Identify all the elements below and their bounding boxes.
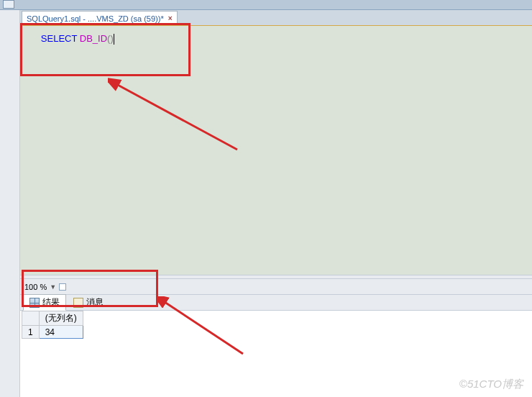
keyword-select: SELECT: [41, 33, 77, 44]
grid-header-row: (无列名): [22, 311, 83, 326]
chevron-down-icon[interactable]: ▼: [50, 283, 56, 291]
zoom-level[interactable]: 100 %: [24, 283, 47, 291]
function-name: DB_ID: [80, 33, 107, 44]
message-icon: [73, 298, 83, 308]
row-number[interactable]: 1: [22, 326, 40, 339]
tab-messages-label: 消息: [86, 296, 104, 309]
tab-results-label: 结果: [42, 296, 60, 309]
code-line: SELECT DB_ID(): [33, 33, 526, 45]
close-icon[interactable]: ×: [168, 12, 173, 26]
corner-cell: [22, 311, 40, 326]
toolbar-icon[interactable]: [59, 283, 66, 291]
watermark: ©51CTO博客: [459, 378, 523, 391]
tab-messages[interactable]: 消息: [68, 295, 109, 310]
document-tab[interactable]: SQLQuery1.sql - ....VMS_ZD (sa (59))* ×: [22, 11, 178, 25]
grid-cell[interactable]: 34: [39, 326, 83, 339]
sql-editor[interactable]: SELECT DB_ID(): [20, 26, 532, 275]
column-header[interactable]: (无列名): [39, 311, 83, 326]
document-tabstrip: SQLQuery1.sql - ....VMS_ZD (sa (59))* ×: [20, 10, 532, 26]
result-tabstrip: 结果 消息: [20, 295, 532, 311]
results-grid[interactable]: (无列名) 1 34: [22, 311, 83, 339]
left-sidebar: [0, 10, 20, 397]
table-row[interactable]: 1 34: [22, 326, 83, 339]
grid-icon: [29, 298, 40, 308]
titlebar-button[interactable]: [3, 0, 14, 9]
text-cursor: [114, 34, 114, 45]
window-titlebar: [0, 0, 532, 10]
parentheses: (): [107, 33, 114, 44]
results-grid-panel: (无列名) 1 34: [20, 311, 532, 397]
tab-results[interactable]: 结果: [23, 294, 66, 311]
document-tab-title: SQLQuery1.sql - ....VMS_ZD (sa (59))*: [27, 12, 164, 26]
zoom-bar: 100 % ▼: [20, 279, 532, 295]
